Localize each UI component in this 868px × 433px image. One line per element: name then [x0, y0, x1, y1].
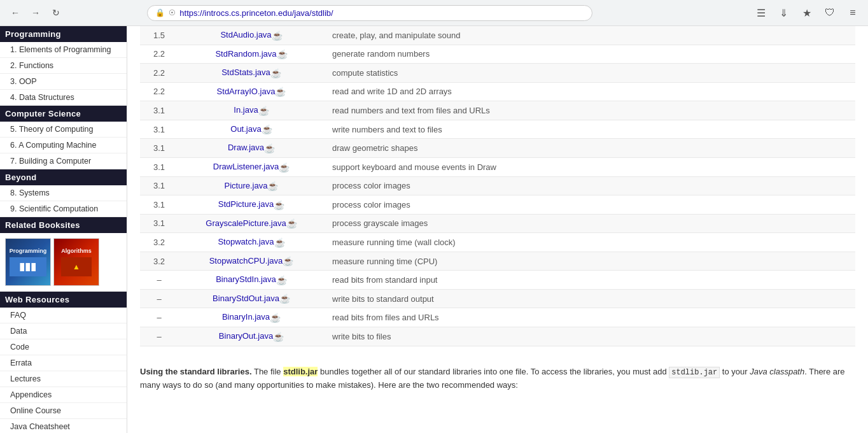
file-link[interactable]: StdPicture.java [218, 199, 274, 209]
sidebar-item-functions[interactable]: 2. Functions [0, 58, 127, 74]
using-after-highlight: bundles together all of our standard lib… [318, 367, 669, 376]
sidebar-item-oop[interactable]: 3. OOP [0, 74, 127, 90]
shield-button[interactable]: 🛡 [821, 4, 839, 22]
file-cell: BinaryOut.java ☕ [178, 327, 325, 346]
table-row: 3.1Draw.java ☕draw geometric shapes [140, 139, 855, 158]
reload-button[interactable]: ↻ [47, 4, 65, 22]
sidebar-item-faq[interactable]: FAQ [0, 308, 127, 323]
chapter-cell: 3.1 [140, 214, 178, 233]
section-header-cs: Computer Science [0, 106, 127, 122]
section-header-beyond: Beyond [0, 169, 127, 185]
file-link[interactable]: BinaryOut.java [219, 331, 273, 341]
chapter-cell: 1.5 [140, 26, 178, 45]
forward-button[interactable]: → [27, 4, 45, 22]
file-link[interactable]: StdStats.java [221, 67, 270, 77]
file-link[interactable]: In.java [234, 105, 258, 115]
file-link[interactable]: BinaryIn.java [222, 312, 270, 322]
chapter-cell: – [140, 308, 178, 327]
stdlib-table: 1.5StdAudio.java ☕create, play, and mani… [140, 26, 855, 346]
description-cell: create, play, and manipulate sound [325, 26, 855, 45]
sidebar-item-building[interactable]: 7. Building a Computer [0, 153, 127, 169]
download-button[interactable]: ⇓ [775, 4, 793, 22]
file-cell: StdStats.java ☕ [178, 64, 325, 83]
file-link[interactable]: StdRandom.java [215, 49, 276, 59]
sidebar-item-online-course[interactable]: Online Course [0, 403, 127, 419]
java-icon: ☕ [279, 162, 290, 173]
sidebar-item-elements[interactable]: 1. Elements of Programming [0, 42, 127, 58]
chapter-cell: 2.2 [140, 64, 178, 83]
back-button[interactable]: ← [6, 4, 24, 22]
java-icon: ☕ [283, 256, 293, 266]
file-link[interactable]: GrayscalePicture.java [206, 218, 286, 228]
file-link[interactable]: Stopwatch.java [218, 237, 274, 246]
file-link[interactable]: Draw.java [228, 143, 264, 152]
section-header-web: Web Resources [0, 292, 127, 308]
file-link[interactable]: BinaryStdIn.java [216, 274, 276, 284]
table-row: 2.2StdStats.java ☕compute statistics [140, 64, 855, 83]
description-cell: process grayscale images [325, 214, 855, 233]
java-icon: ☕ [264, 143, 275, 153]
book-algorithms[interactable]: Algorithms ▲ [53, 238, 99, 286]
table-row: 3.1StdPicture.java ☕process color images [140, 195, 855, 215]
file-link[interactable]: BinaryStdOut.java [213, 294, 279, 303]
sidebar-item-errata[interactable]: Errata [0, 355, 127, 371]
sidebar-item-appendices[interactable]: Appendices [0, 387, 127, 403]
sidebar-item-theory[interactable]: 5. Theory of Computing [0, 122, 127, 138]
java-icon: ☕ [277, 49, 288, 59]
description-cell: write bits to files [325, 327, 855, 346]
chapter-cell: 3.2 [140, 233, 178, 252]
java-icon: ☕ [270, 68, 281, 78]
browser-chrome: ← → ↻ 🔒 ☉ ☰ ⇓ ★ 🛡 ≡ [0, 0, 868, 26]
sidebar-item-data[interactable]: Data [0, 323, 127, 339]
sidebar-item-datastructs[interactable]: 4. Data Structures [0, 90, 127, 106]
browser-actions: ☰ ⇓ ★ 🛡 ≡ [752, 4, 862, 22]
file-cell: StopwatchCPU.java ☕ [178, 252, 325, 271]
chapter-cell: 3.2 [140, 252, 178, 271]
file-cell: Draw.java ☕ [178, 139, 325, 158]
file-cell: Picture.java ☕ [178, 176, 325, 195]
description-cell: generate random numbers [325, 45, 855, 64]
menu-button[interactable]: ≡ [844, 4, 862, 22]
table-row: 2.2StdArrayIO.java ☕read and write 1D an… [140, 82, 855, 101]
nav-buttons: ← → ↻ [6, 4, 65, 22]
file-link[interactable]: Out.java [230, 124, 261, 134]
file-link[interactable]: DrawListener.java [213, 162, 279, 171]
lock-icon: 🔒 [155, 8, 165, 17]
table-row: 3.1DrawListener.java ☕support keyboard a… [140, 157, 855, 176]
java-icon: ☕ [274, 200, 284, 210]
stdlib-jar-highlight: stdlib.jar [283, 367, 318, 376]
sidebar-item-scicomp[interactable]: 9. Scientific Computation [0, 201, 127, 217]
book-programming[interactable]: Programming ▮▮▮ [5, 238, 51, 286]
description-cell: process color images [325, 195, 855, 215]
description-cell: write bits to standard output [325, 289, 855, 308]
java-icon: ☕ [267, 181, 278, 191]
file-link[interactable]: StdArrayIO.java [217, 87, 276, 96]
sidebar-item-code[interactable]: Code [0, 339, 127, 355]
description-cell: support keyboard and mouse events in Dra… [325, 157, 855, 176]
sidebar-item-lectures[interactable]: Lectures [0, 371, 127, 387]
content-area: 1.5StdAudio.java ☕create, play, and mani… [127, 26, 868, 433]
stdlib-jar-code: stdlib.jar [669, 367, 720, 378]
sidebar-item-machine[interactable]: 6. A Computing Machine [0, 138, 127, 153]
file-cell: Out.java ☕ [178, 120, 325, 139]
address-bar: 🔒 ☉ [147, 5, 592, 21]
section-header-programming: Programming [0, 26, 127, 42]
file-link[interactable]: Picture.java [225, 181, 268, 190]
file-cell: StdPicture.java ☕ [178, 195, 325, 215]
table-row: 3.1Out.java ☕write numbers and text to f… [140, 120, 855, 139]
shield-icon: ☉ [169, 8, 176, 17]
file-link[interactable]: StopwatchCPU.java [209, 256, 283, 266]
bookmark-list-button[interactable]: ☰ [752, 4, 770, 22]
chapter-cell: 3.1 [140, 176, 178, 195]
file-link[interactable]: StdAudio.java [220, 30, 271, 39]
description-cell: read bits from standard input [325, 271, 855, 290]
star-button[interactable]: ★ [798, 4, 816, 22]
java-icon: ☕ [274, 238, 285, 248]
url-input[interactable] [179, 8, 584, 18]
java-icon: ☕ [258, 106, 269, 116]
description-cell: measure running time (wall clock) [325, 233, 855, 252]
sidebar-item-systems[interactable]: 8. Systems [0, 185, 127, 201]
table-row: –BinaryStdOut.java ☕write bits to standa… [140, 289, 855, 308]
sidebar-item-java-cheatsheet[interactable]: Java Cheatsheet [0, 419, 127, 433]
description-cell: read and write 1D and 2D arrays [325, 82, 855, 101]
